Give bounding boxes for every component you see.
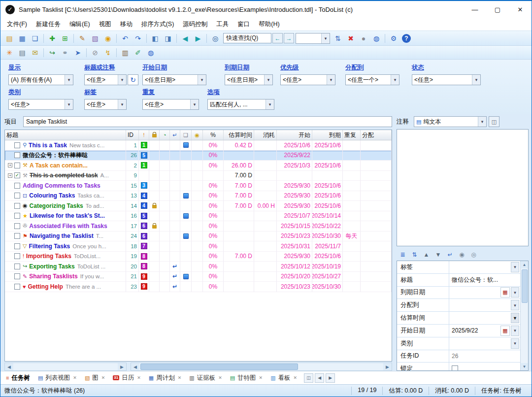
task-checkbox[interactable]: ✓ <box>14 172 20 178</box>
column-header-recur[interactable]: 重复 <box>343 130 361 140</box>
title-column-scrollbar[interactable]: ◀ ▶ <box>4 363 127 371</box>
open-tasklist-icon[interactable]: ▤ <box>3 33 15 44</box>
add-dependency-icon[interactable]: ◉ <box>457 250 467 260</box>
tab-calendar[interactable]: 31日历✕ <box>109 371 144 384</box>
column-header-est[interactable]: 估算时间 <box>224 130 254 140</box>
lock-checkbox[interactable] <box>452 365 458 371</box>
chevron-down-icon[interactable]: ▾ <box>472 75 480 85</box>
task-row[interactable]: Adding Comments to Tasks1530%7.00 D2025/… <box>5 181 392 191</box>
chevron-down-icon[interactable]: ▾ <box>478 117 486 127</box>
column-header-title[interactable]: 标题 <box>5 130 126 140</box>
chevron-down-icon[interactable]: ▼ <box>511 313 519 323</box>
tab-diagram[interactable]: ▧图✕ <box>81 371 109 384</box>
attribute-value[interactable]: 2025/9/22▦▾ <box>449 325 520 337</box>
maximize-comments-icon[interactable]: ◨ <box>162 33 174 44</box>
filter-label[interactable]: 标签 <box>84 88 127 97</box>
scroll-left-icon[interactable]: ◀ <box>131 363 139 370</box>
new-features-icon[interactable]: ✳ <box>3 47 15 58</box>
task-checkbox[interactable] <box>14 284 20 290</box>
attr-move-up-icon[interactable]: ▲ <box>421 250 432 260</box>
filter-combo[interactable]: <任意>▾ <box>280 74 335 85</box>
maximize-button[interactable]: ▢ <box>486 1 509 17</box>
task-checkbox[interactable] <box>14 253 20 259</box>
tab-scroll-left-icon[interactable]: ◀ <box>315 373 324 383</box>
attr-move-down-icon[interactable]: ▼ <box>433 250 443 260</box>
tab-close-icon[interactable]: ✕ <box>101 375 105 380</box>
scroll-left-icon[interactable]: ◀ <box>5 363 13 370</box>
task-checkbox[interactable] <box>14 223 20 229</box>
column-header-due[interactable]: 到期 <box>312 130 343 140</box>
minimize-button[interactable]: — <box>464 1 486 17</box>
tab-week-planner[interactable]: ▦周计划✕ <box>145 371 185 384</box>
filter-label[interactable]: 类别 <box>8 88 73 97</box>
task-checkbox[interactable] <box>14 264 20 269</box>
scrollbar-track[interactable] <box>139 363 383 370</box>
quick-find-input[interactable]: 快速查找(Q) <box>223 33 271 43</box>
maximize-tasklist-icon[interactable]: ◧ <box>149 33 161 44</box>
attribute-value[interactable]: ▾ <box>449 299 520 311</box>
tab-close-icon[interactable]: ✕ <box>137 375 141 380</box>
find-previous-icon[interactable]: ← <box>272 33 283 43</box>
chevron-down-icon[interactable]: ▾ <box>391 75 399 85</box>
task-row[interactable]: ⊡Colouring TasksTasks ca...1340%7.00 D20… <box>5 191 392 201</box>
delete-task-icon[interactable]: ✖ <box>345 33 357 44</box>
tab-close-icon[interactable]: ✕ <box>294 375 298 380</box>
menu-item[interactable]: 新建任务 <box>32 18 65 31</box>
lock-column-icon[interactable] <box>149 130 160 140</box>
task-row[interactable]: ⚲This is a TaskNew tasks c...110%0.42 D2… <box>5 140 392 151</box>
chevron-down-icon[interactable]: ▾ <box>264 75 272 85</box>
filter-label[interactable]: 分配到 <box>345 64 399 72</box>
column-header-spent[interactable]: 消耗 <box>254 130 277 140</box>
task-checkbox[interactable] <box>14 243 20 249</box>
chevron-down-icon[interactable]: ▾ <box>511 326 519 336</box>
task-row[interactable]: ↪Exporting TasksToDoList ...208↵0%2025/1… <box>5 262 392 272</box>
menu-item[interactable]: 视图 <box>95 18 116 31</box>
filter-combo[interactable]: (A) 所有任务(A)▾ <box>8 74 73 85</box>
find-next-icon[interactable]: → <box>284 33 294 43</box>
nav-forward-icon[interactable]: ▶ <box>192 33 204 44</box>
task-row[interactable]: ✇Associated Files with Tasks1760%2025/10… <box>5 221 392 232</box>
menu-item[interactable]: 窗口 <box>233 18 254 31</box>
reference-icon[interactable]: ▥ <box>119 47 131 58</box>
filter-combo[interactable]: <任意>▾ <box>84 74 127 85</box>
edit-task-icon[interactable]: ✎ <box>76 33 88 44</box>
tab-evidence-board[interactable]: ▥证据板✕ <box>185 371 226 384</box>
save-all-icon[interactable]: ❏ <box>29 33 41 44</box>
attr-groups-icon[interactable]: ≣ <box>398 250 408 260</box>
save-tasklist-icon[interactable]: ▦ <box>16 33 28 44</box>
link-tasklist-icon[interactable]: ⚭ <box>59 47 71 58</box>
chevron-down-icon[interactable]: ▾ <box>327 75 335 85</box>
filter-combo[interactable]: <任意一个>▾ <box>345 74 399 85</box>
find-tasks-icon[interactable]: ◎ <box>209 33 221 44</box>
scrollbar-thumb[interactable] <box>522 269 528 303</box>
scroll-up-icon[interactable]: ▲ <box>521 261 528 268</box>
help-icon[interactable]: ? <box>402 34 411 43</box>
filter-combo[interactable]: <任意>▾ <box>8 99 73 110</box>
browser-icon[interactable]: ◍ <box>145 47 157 58</box>
menu-item[interactable]: 源码控制 <box>178 18 212 31</box>
column-header-id[interactable]: ID <box>126 130 139 140</box>
nav-back-icon[interactable]: ◀ <box>179 33 191 44</box>
project-input[interactable]: Sample Tasklist <box>23 116 392 127</box>
filter-label[interactable]: 状态 <box>412 64 481 72</box>
calendar-picker-icon[interactable]: ▦ <box>500 287 510 298</box>
chevron-down-icon[interactable]: ▾ <box>511 338 519 349</box>
tab-scroll-right-icon[interactable]: ▶ <box>326 373 335 383</box>
chevron-down-icon[interactable]: ▾ <box>321 33 330 43</box>
chevron-down-icon[interactable]: ▾ <box>511 300 519 310</box>
filter-label[interactable]: 显示 <box>8 64 73 72</box>
tab-close-icon[interactable]: ✕ <box>73 375 77 380</box>
chevron-down-icon[interactable]: ▾ <box>198 75 206 85</box>
tab-gantt[interactable]: ▤甘特图✕ <box>226 371 266 384</box>
task-row[interactable]: ♥Getting HelpThere are a ...239↵0%2025/1… <box>5 282 392 292</box>
attr-sort-icon[interactable]: ⇅ <box>409 250 420 260</box>
chevron-down-icon[interactable]: ▾ <box>65 75 73 85</box>
attribute-value[interactable]: ▾ <box>449 337 520 350</box>
filter-combo[interactable]: <任意>▾ <box>84 99 127 110</box>
tab-close-icon[interactable]: ✕ <box>259 375 263 380</box>
menu-item[interactable]: 文件(F) <box>2 18 32 31</box>
scroll-down-icon[interactable]: ▼ <box>521 363 528 370</box>
remove-dependency-icon[interactable]: ◎ <box>468 250 479 260</box>
column-header-start[interactable]: 开始 <box>277 130 312 140</box>
task-row[interactable]: +✓⚒This is a completed taskA...97.00 D <box>5 171 392 181</box>
